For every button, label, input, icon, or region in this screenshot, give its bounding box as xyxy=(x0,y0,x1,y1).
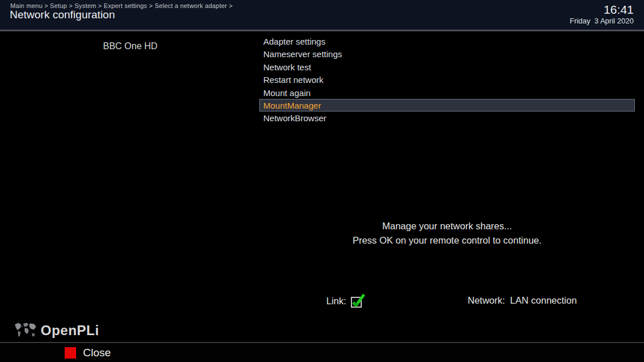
header-separator xyxy=(0,30,644,31)
service-label: BBC One HD xyxy=(103,41,157,51)
menu-item-adapter-settings[interactable]: Adapter settings xyxy=(259,35,635,47)
menu-item-description: Manage your network shares... Press OK o… xyxy=(259,219,635,248)
menu-item-mount-again[interactable]: Mount again xyxy=(259,86,635,99)
network-label: Network: xyxy=(468,295,505,306)
menu-item-restart-network[interactable]: Restart network xyxy=(259,73,635,86)
clock-day: Friday xyxy=(570,17,590,25)
brand-logo: OpenPLi xyxy=(14,321,99,339)
checkbox-checked-icon xyxy=(350,293,365,309)
menu-item-network-test[interactable]: Network test xyxy=(259,61,635,73)
clock-date-value: 3 April 2020 xyxy=(594,17,634,25)
header-bar: Main menu > Setup > System > Expert sett… xyxy=(0,0,644,30)
brand-name: OpenPLi xyxy=(41,323,99,339)
menu-item-network-browser[interactable]: NetworkBrowser xyxy=(259,112,635,124)
clock-date: Friday3 April 2020 xyxy=(570,17,634,25)
menu-list: Adapter settings Nameserver settings Net… xyxy=(259,35,635,125)
link-status: Link: xyxy=(326,293,365,309)
page-title: Network configuration xyxy=(10,9,115,21)
close-button-label: Close xyxy=(83,347,111,359)
description-line-2: Press OK on your remote control to conti… xyxy=(259,233,635,248)
network-value: LAN connection xyxy=(510,295,577,306)
menu-item-nameserver-settings[interactable]: Nameserver settings xyxy=(259,47,635,60)
clock: 16:41 Friday3 April 2020 xyxy=(570,3,634,25)
world-map-icon xyxy=(14,321,37,339)
description-line-1: Manage your network shares... xyxy=(259,219,635,233)
button-bar: Close xyxy=(0,343,644,362)
clock-time: 16:41 xyxy=(570,3,634,16)
link-label: Link: xyxy=(326,296,346,307)
network-status: Network: LAN connection xyxy=(468,295,577,306)
close-button[interactable]: Close xyxy=(65,347,111,359)
red-button-icon xyxy=(65,347,76,359)
menu-item-mount-manager[interactable]: MountManager xyxy=(259,99,635,112)
